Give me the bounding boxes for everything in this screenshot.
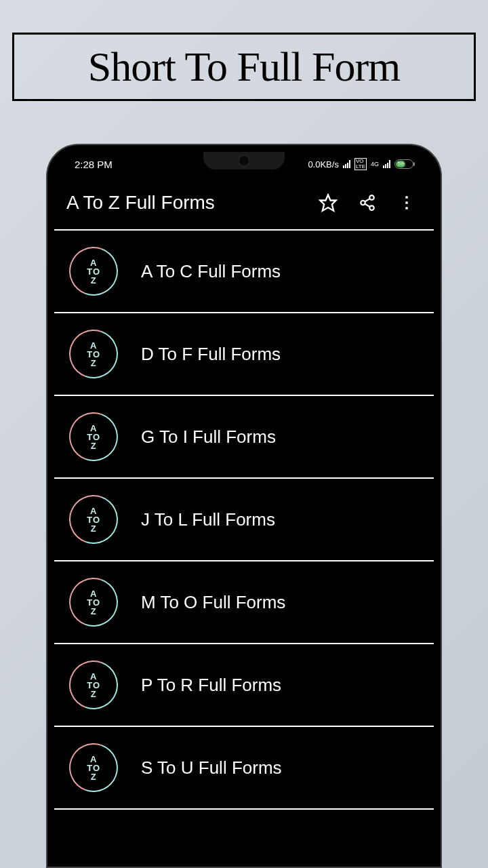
list-item-label: J To L Full Forms	[141, 509, 275, 530]
share-button[interactable]	[352, 188, 382, 218]
list-item-label: A To C Full Forms	[141, 261, 281, 282]
network-gen: 4G	[371, 161, 379, 167]
list-item[interactable]: ATOZ M To O Full Forms	[54, 561, 434, 644]
svg-point-3	[369, 205, 374, 210]
list-item-label: M To O Full Forms	[141, 592, 285, 613]
atoz-icon: ATOZ	[69, 247, 118, 296]
list-item-label: P To R Full Forms	[141, 675, 281, 696]
category-list[interactable]: ATOZ A To C Full Forms ATOZ D To F Full …	[54, 231, 434, 810]
list-item-label: S To U Full Forms	[141, 757, 282, 778]
star-icon	[319, 193, 338, 212]
signal-icon-2	[383, 160, 390, 168]
volte-icon: VOLTE	[354, 158, 367, 170]
list-item[interactable]: ATOZ A To C Full Forms	[54, 231, 434, 313]
network-speed: 0.0KB/s	[308, 159, 339, 170]
app-title: A To Z Full Forms	[66, 192, 304, 214]
phone-frame: 2:28 PM 0.0KB/s VOLTE 4G 59 A To Z Full …	[46, 144, 442, 868]
list-item[interactable]: ATOZ D To F Full Forms	[54, 313, 434, 396]
atoz-icon: ATOZ	[69, 660, 118, 709]
svg-point-1	[369, 195, 374, 200]
list-item[interactable]: ATOZ G To I Full Forms	[54, 396, 434, 479]
svg-marker-0	[320, 195, 336, 210]
atoz-icon: ATOZ	[69, 743, 118, 792]
status-right: 0.0KB/s VOLTE 4G 59	[308, 158, 413, 170]
atoz-icon: ATOZ	[69, 412, 118, 461]
promo-title: Short To Full Form	[12, 33, 476, 101]
phone-notch	[203, 152, 285, 170]
share-icon	[359, 194, 376, 212]
signal-icon	[343, 160, 350, 168]
list-item-label: D To F Full Forms	[141, 344, 281, 365]
svg-line-5	[365, 204, 369, 207]
svg-point-2	[361, 201, 365, 205]
phone-screen: 2:28 PM 0.0KB/s VOLTE 4G 59 A To Z Full …	[54, 152, 434, 860]
more-vert-icon	[405, 196, 408, 210]
overflow-menu-button[interactable]	[392, 188, 422, 218]
status-time: 2:28 PM	[75, 159, 113, 170]
battery-level: 59	[396, 161, 405, 167]
list-item[interactable]: ATOZ S To U Full Forms	[54, 727, 434, 810]
favorite-button[interactable]	[313, 188, 343, 218]
list-item[interactable]: ATOZ J To L Full Forms	[54, 479, 434, 561]
battery-icon: 59	[394, 159, 413, 169]
atoz-icon: ATOZ	[69, 330, 118, 378]
list-item[interactable]: ATOZ P To R Full Forms	[54, 644, 434, 727]
list-item-label: G To I Full Forms	[141, 427, 276, 448]
app-bar: A To Z Full Forms	[54, 176, 434, 231]
svg-line-4	[365, 199, 369, 201]
atoz-icon: ATOZ	[69, 578, 118, 627]
atoz-icon: ATOZ	[69, 495, 118, 544]
promo-title-text: Short To Full Form	[88, 43, 401, 90]
